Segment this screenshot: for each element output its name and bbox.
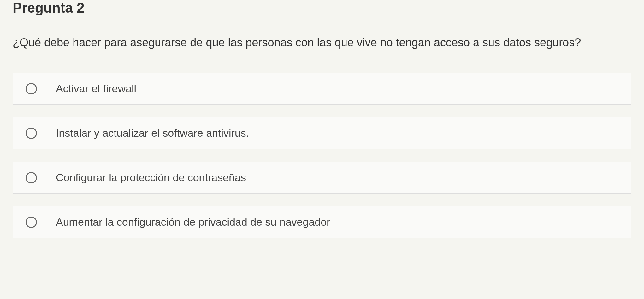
- question-text: ¿Qué debe hacer para asegurarse de que l…: [13, 35, 631, 51]
- radio-icon[interactable]: [26, 83, 37, 94]
- radio-icon[interactable]: [26, 172, 37, 183]
- option-label: Instalar y actualizar el software antivi…: [56, 127, 249, 139]
- radio-icon[interactable]: [26, 128, 37, 139]
- option-label: Activar el firewall: [56, 82, 136, 95]
- question-title: Pregunta 2: [13, 0, 631, 16]
- question-container: Pregunta 2 ¿Qué debe hacer para asegurar…: [0, 0, 644, 251]
- options-list: Activar el firewall Instalar y actualiza…: [13, 73, 631, 251]
- option-label: Aumentar la configuración de privacidad …: [56, 216, 330, 228]
- option-3[interactable]: Configurar la protección de contraseñas: [13, 162, 631, 194]
- radio-icon[interactable]: [26, 217, 37, 228]
- option-4[interactable]: Aumentar la configuración de privacidad …: [13, 206, 631, 238]
- option-1[interactable]: Activar el firewall: [13, 73, 631, 105]
- option-label: Configurar la protección de contraseñas: [56, 171, 246, 184]
- option-2[interactable]: Instalar y actualizar el software antivi…: [13, 117, 631, 149]
